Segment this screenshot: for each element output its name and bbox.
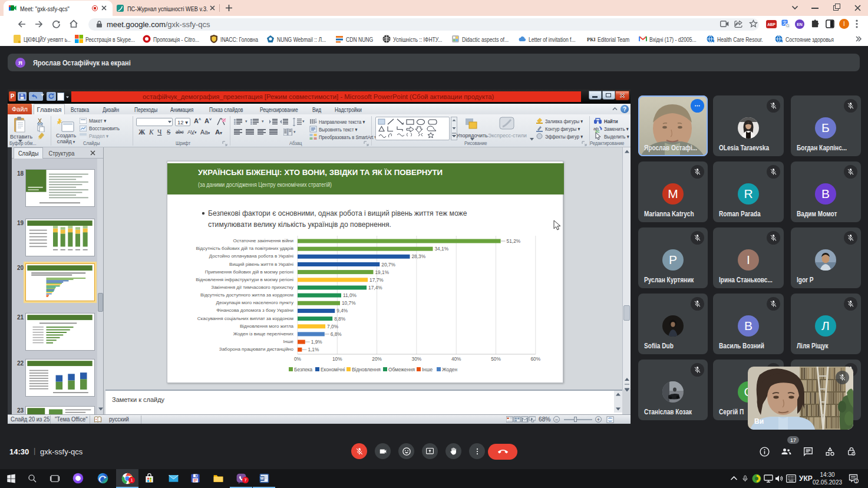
svg-text:W: W — [260, 476, 264, 480]
svg-text:G: G — [786, 24, 789, 28]
svg-text:PKP: PKP — [587, 37, 595, 42]
svg-text:1: 1 — [855, 479, 857, 483]
